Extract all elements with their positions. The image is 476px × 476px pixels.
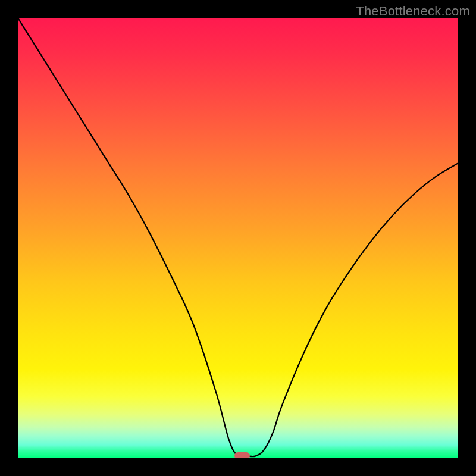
bottleneck-curve-path [18, 18, 458, 457]
curve-svg [18, 18, 458, 458]
watermark-text: TheBottleneck.com [356, 4, 470, 19]
optimal-point-marker [234, 452, 250, 458]
plot-area [18, 18, 458, 458]
bottleneck-chart: TheBottleneck.com [0, 0, 476, 476]
